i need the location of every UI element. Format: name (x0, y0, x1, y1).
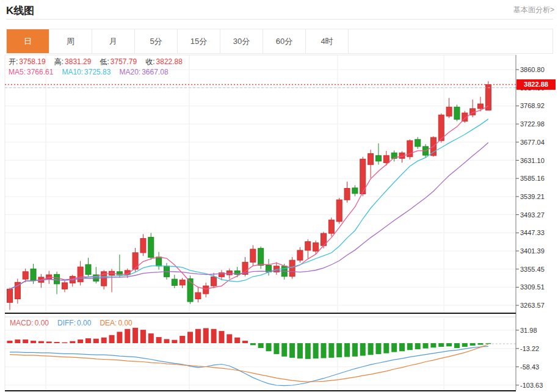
svg-text:3860.80: 3860.80 (520, 66, 545, 73)
svg-text:3631.10: 3631.10 (520, 157, 545, 164)
legend-value: 3725.83 (84, 68, 111, 76)
fundamental-analysis-link[interactable]: 基本面分析> (513, 5, 554, 15)
y-axis-labels: 3860.803814.863768.923722.983677.043631.… (516, 66, 545, 389)
tab-0[interactable]: 日 (7, 29, 49, 53)
legend-label: 高: (54, 57, 63, 66)
dea-line (10, 344, 488, 382)
macd-info-row: MACD:0.00DIFF:0.00DEA:0.00 (10, 319, 141, 327)
last-price-badge: 3822.88 (516, 79, 556, 90)
tab-6[interactable]: 60分 (263, 29, 306, 53)
ma-info-row: MA5:3766.61MA10:3725.83MA20:3667.08 (9, 68, 177, 76)
kline-page: 3860.803814.863768.923722.983677.043631.… (0, 0, 558, 392)
legend-value: 0.00 (118, 319, 132, 327)
diff-line (10, 346, 488, 385)
svg-text:3585.16: 3585.16 (520, 175, 545, 182)
legend-value: 3822.88 (156, 57, 183, 66)
svg-text:3401.39: 3401.39 (520, 247, 545, 255)
svg-text:3309.51: 3309.51 (520, 283, 545, 291)
svg-text:-103.63: -103.63 (520, 382, 543, 389)
svg-text:3539.21: 3539.21 (520, 193, 545, 200)
legend-value: 3831.29 (65, 57, 91, 66)
svg-text:3677.04: 3677.04 (520, 139, 545, 146)
legend-value: 0.00 (35, 319, 49, 327)
tab-2[interactable]: 月 (92, 29, 135, 53)
legend-label: MA10: (62, 68, 83, 76)
svg-text:-13.22: -13.22 (520, 345, 539, 352)
legend-label: 低: (100, 57, 109, 66)
legend-value: 3667.08 (142, 68, 168, 76)
header-divider (6, 19, 553, 20)
legend-label: MACD: (10, 319, 34, 327)
ma-lines (10, 106, 488, 289)
tab-7[interactable]: 4时 (306, 29, 349, 53)
svg-text:3493.27: 3493.27 (520, 211, 545, 219)
legend-value: 3758.19 (19, 57, 45, 66)
svg-text:3447.33: 3447.33 (520, 229, 545, 236)
svg-text:3722.98: 3722.98 (520, 120, 545, 128)
page-title: K线图 (6, 4, 34, 18)
ohlc-info-row: 开:3758.19高:3831.29低:3757.79收:3822.88 (9, 57, 191, 67)
legend-label: MA5: (9, 68, 26, 76)
svg-text:-58.43: -58.43 (520, 363, 539, 371)
legend-label: 收: (145, 57, 154, 66)
legend-label: DIFF: (57, 319, 76, 327)
legend-label: MA20: (119, 68, 140, 76)
legend-value: 0.00 (77, 319, 91, 327)
tab-5[interactable]: 30分 (220, 29, 263, 53)
tab-4[interactable]: 15分 (178, 29, 220, 53)
svg-text:3355.45: 3355.45 (520, 266, 545, 273)
svg-text:3263.57: 3263.57 (520, 302, 545, 309)
legend-value: 3766.61 (27, 68, 53, 76)
legend-label: DEA: (100, 319, 117, 327)
svg-text:31.98: 31.98 (520, 327, 537, 334)
legend-value: 3757.79 (111, 57, 137, 66)
interval-tabbar: 日周月5分15分30分60分4时 (6, 29, 553, 54)
legend-label: 开: (9, 57, 18, 66)
candlesticks (7, 81, 491, 310)
tab-1[interactable]: 周 (49, 29, 92, 53)
svg-text:3768.92: 3768.92 (520, 102, 545, 109)
tab-3[interactable]: 5分 (135, 29, 178, 53)
